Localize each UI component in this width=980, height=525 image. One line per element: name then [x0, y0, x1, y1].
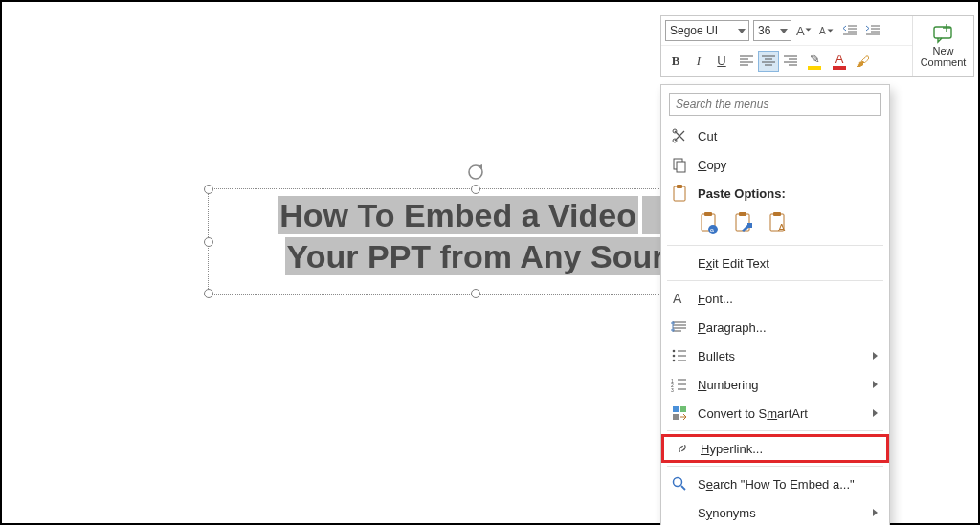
chevron-right-icon [873, 409, 878, 417]
resize-handle-nw[interactable] [204, 185, 213, 194]
paste-option-icon: a [700, 212, 719, 233]
svg-rect-33 [704, 212, 712, 216]
align-center-button[interactable] [758, 51, 779, 72]
ctx-synonyms-label: Synonyms [698, 506, 863, 520]
svg-point-47 [673, 350, 676, 353]
ctx-synonyms[interactable]: Synonyms [661, 498, 889, 525]
paste-option-icon [734, 212, 753, 233]
svg-text:A: A [778, 222, 786, 233]
chevron-right-icon [873, 509, 878, 516]
blank-icon [671, 504, 688, 521]
italic-button[interactable]: I [688, 51, 709, 72]
ctx-separator [667, 430, 883, 431]
paste-keep-source-formatting[interactable] [732, 211, 755, 234]
ctx-paste-options-label: Paste Options: [698, 186, 878, 201]
chevron-right-icon [873, 381, 878, 388]
ctx-numbering-label: Numbering [698, 378, 863, 392]
context-menu-search[interactable] [669, 93, 881, 116]
ctx-font[interactable]: A Font... [661, 284, 889, 313]
paste-options-row: a A [661, 208, 889, 242]
screenshot-stage: Segoe UI 36 A A [0, 0, 980, 525]
ctx-paragraph-label: Paragraph... [698, 320, 878, 335]
new-comment-label: NewComment [921, 45, 967, 68]
resize-handle-n[interactable] [471, 185, 480, 194]
title-text-line2: Your PPT from Any Sour [285, 237, 667, 275]
ctx-bullets[interactable]: Bullets [661, 341, 889, 370]
ctx-smart-search-label: Search "How To Embed a..." [698, 477, 878, 492]
ctx-exit-edit-text[interactable]: Exit Edit Text [661, 249, 889, 277]
bullets-icon [671, 347, 688, 364]
numbering-icon: 123 [671, 376, 688, 393]
bold-button[interactable]: B [665, 51, 686, 72]
font-size-combobox[interactable]: 36 [753, 20, 791, 41]
ctx-font-label: Font... [698, 292, 878, 306]
svg-rect-61 [673, 414, 679, 420]
resize-handle-w[interactable] [204, 237, 213, 247]
decrease-indent-button[interactable] [839, 20, 860, 41]
context-menu-search-input[interactable] [670, 94, 880, 115]
context-menu: Cut Copy Paste Options: a A [660, 84, 890, 525]
ctx-numbering[interactable]: 123 Numbering [661, 370, 889, 399]
chevron-right-icon [873, 352, 878, 360]
font-icon: A [671, 290, 688, 307]
svg-point-48 [673, 355, 676, 358]
ctx-paragraph[interactable]: Paragraph... [661, 313, 889, 341]
ctx-bullets-label: Bullets [698, 349, 863, 363]
smartart-icon [671, 405, 688, 422]
svg-rect-37 [739, 212, 746, 216]
paste-keep-text-only[interactable]: A [767, 211, 790, 234]
new-comment-button[interactable]: NewComment [912, 16, 973, 76]
svg-rect-22 [934, 27, 951, 38]
paste-option-icon: A [768, 212, 788, 233]
highlight-color-button[interactable]: ✎ [803, 51, 826, 72]
svg-rect-59 [673, 406, 679, 412]
decrease-indent-icon [842, 24, 858, 37]
increase-font-size-button[interactable]: A [793, 20, 814, 41]
font-name-combobox[interactable]: Segoe UI [665, 20, 749, 41]
align-left-button[interactable] [736, 51, 757, 72]
svg-rect-60 [680, 406, 686, 412]
ctx-cut[interactable]: Cut [661, 121, 889, 150]
font-color-button[interactable]: A [828, 51, 851, 72]
increase-indent-button[interactable] [862, 20, 883, 41]
title-text-line1: How To Embed a Video [278, 196, 638, 234]
ctx-exit-edit-text-label: Exit Edit Text [698, 256, 878, 271]
svg-rect-36 [736, 214, 749, 231]
svg-text:a: a [710, 227, 714, 233]
increase-indent-icon [865, 24, 880, 37]
font-color-icon: A [835, 53, 844, 65]
align-group [736, 51, 801, 72]
align-center-icon [762, 55, 775, 67]
mini-toolbar: Segoe UI 36 A A [660, 15, 974, 77]
mini-toolbar-row-2: B I U [661, 46, 912, 76]
underline-button[interactable]: U [711, 51, 732, 72]
ctx-cut-label: Cut [698, 129, 878, 143]
svg-rect-38 [747, 223, 752, 228]
format-painter-icon: 🖌 [857, 54, 870, 69]
resize-handle-sw[interactable] [204, 289, 213, 298]
paste-use-destination-theme[interactable]: a [698, 211, 721, 234]
ctx-convert-smartart-label: Convert to SmartArt [698, 406, 863, 421]
ctx-hyperlink-label: Hyperlink... [701, 442, 875, 456]
ctx-copy[interactable]: Copy [661, 150, 889, 179]
scissors-icon [671, 127, 688, 144]
ctx-convert-smartart[interactable]: Convert to SmartArt [661, 399, 889, 427]
ctx-hyperlink[interactable]: Hyperlink... [661, 434, 889, 463]
svg-line-63 [681, 486, 685, 490]
ctx-smart-search[interactable]: Search "How To Embed a..." [661, 470, 889, 498]
resize-handle-s[interactable] [471, 289, 480, 298]
search-icon [671, 475, 688, 492]
ctx-paste-options-header: Paste Options: [661, 179, 889, 208]
rotate-icon [465, 162, 486, 183]
ctx-separator [667, 245, 883, 246]
blank-icon [671, 254, 688, 272]
svg-rect-29 [677, 162, 685, 172]
highlight-icon: ✎ [810, 53, 820, 65]
svg-rect-31 [677, 185, 682, 188]
rotate-handle[interactable] [465, 162, 486, 186]
decrease-font-size-button[interactable]: A [816, 20, 837, 41]
copy-icon [671, 156, 688, 173]
format-painter-button[interactable]: 🖌 [853, 51, 874, 72]
align-right-button[interactable] [780, 51, 801, 72]
ctx-copy-label: Copy [698, 158, 878, 172]
